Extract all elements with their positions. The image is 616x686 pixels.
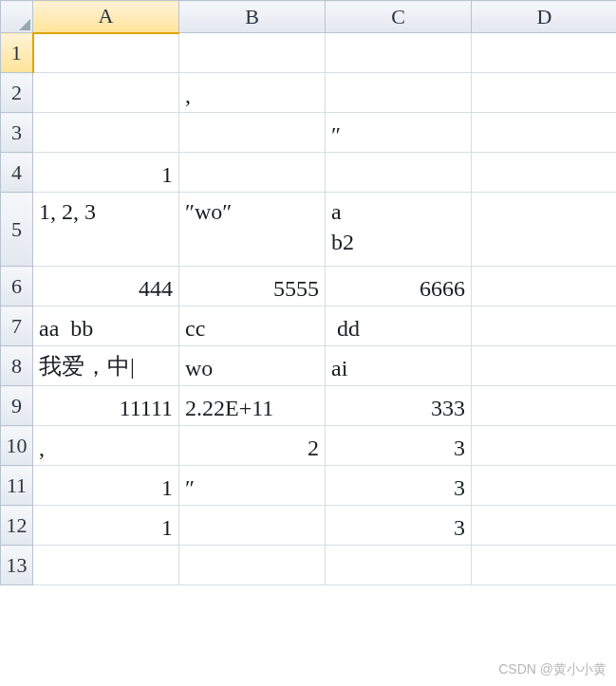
cell-B13[interactable] (179, 546, 326, 585)
cell-D1[interactable] (472, 33, 617, 73)
row-header-8[interactable]: 8 (1, 346, 33, 386)
cell-C8[interactable]: ai (326, 346, 472, 386)
row-header-11[interactable]: 11 (1, 466, 33, 506)
spreadsheet-grid: A B C D 12,3″4151, 2, 3″wo″a b2644455556… (0, 0, 616, 585)
grid-row: 9111112.22E+11333 (1, 386, 617, 426)
grid-row: 13 (1, 546, 617, 585)
grid-row: 8我爱，中|woai (1, 346, 617, 386)
cell-D5[interactable] (472, 193, 617, 267)
cell-A10[interactable]: , (33, 426, 179, 466)
watermark: CSDN @黄小小黄 (498, 661, 607, 678)
cell-C9[interactable]: 333 (326, 386, 472, 426)
cell-B5[interactable]: ″wo″ (179, 193, 326, 267)
cell-A9[interactable]: 11111 (33, 386, 179, 426)
cell-A8[interactable]: 我爱，中| (33, 346, 179, 386)
cell-C1[interactable] (326, 33, 472, 73)
cell-B9[interactable]: 2.22E+11 (179, 386, 326, 426)
cell-C7[interactable]: dd (326, 306, 472, 346)
cell-B11[interactable]: ″ (179, 466, 326, 506)
cell-B1[interactable] (179, 33, 326, 73)
cell-B3[interactable] (179, 113, 326, 153)
grid-row: 111″3 (1, 466, 617, 506)
cell-D10[interactable] (472, 426, 617, 466)
cell-D2[interactable] (472, 73, 617, 113)
row-header-7[interactable]: 7 (1, 306, 33, 346)
grid-row: 1 (1, 33, 617, 73)
col-header-A[interactable]: A (33, 1, 179, 33)
cell-B4[interactable] (179, 153, 326, 193)
cell-D6[interactable] (472, 267, 617, 306)
cell-A5[interactable]: 1, 2, 3 (33, 193, 179, 267)
cell-A6[interactable]: 444 (33, 267, 179, 306)
cell-C3[interactable]: ″ (326, 113, 472, 153)
cell-D9[interactable] (472, 386, 617, 426)
row-header-1[interactable]: 1 (1, 33, 33, 73)
cell-B10[interactable]: 2 (179, 426, 326, 466)
col-header-B[interactable]: B (179, 1, 326, 33)
cell-D13[interactable] (472, 546, 617, 585)
cell-D3[interactable] (472, 113, 617, 153)
cell-A3[interactable] (33, 113, 179, 153)
row-header-6[interactable]: 6 (1, 267, 33, 306)
cell-B12[interactable] (179, 506, 326, 546)
grid-row: 41 (1, 153, 617, 193)
cell-A4[interactable]: 1 (33, 153, 179, 193)
cell-C4[interactable] (326, 153, 472, 193)
col-header-C[interactable]: C (326, 1, 472, 33)
grid-row: 3″ (1, 113, 617, 153)
cell-B7[interactable]: cc (179, 306, 326, 346)
cell-A7[interactable]: aa bb (33, 306, 179, 346)
grid-row: 7aa bbcc dd (1, 306, 617, 346)
cell-A2[interactable] (33, 73, 179, 113)
cell-C5[interactable]: a b2 (326, 193, 472, 267)
grid-row: 10,23 (1, 426, 617, 466)
row-header-9[interactable]: 9 (1, 386, 33, 426)
cell-A1[interactable] (33, 33, 179, 73)
row-header-12[interactable]: 12 (1, 506, 33, 546)
row-header-3[interactable]: 3 (1, 113, 33, 153)
grid-row: 2, (1, 73, 617, 113)
row-header-2[interactable]: 2 (1, 73, 33, 113)
grid-row: 51, 2, 3″wo″a b2 (1, 193, 617, 267)
row-header-4[interactable]: 4 (1, 153, 33, 193)
select-all-triangle-icon (19, 19, 30, 30)
cell-C10[interactable]: 3 (326, 426, 472, 466)
cell-C11[interactable]: 3 (326, 466, 472, 506)
cell-C6[interactable]: 6666 (326, 267, 472, 306)
cell-A12[interactable]: 1 (33, 506, 179, 546)
select-all-corner[interactable] (1, 1, 33, 33)
cell-B2[interactable]: , (179, 73, 326, 113)
grid-body: 12,3″4151, 2, 3″wo″a b26444555566667aa b… (1, 33, 617, 585)
cell-D7[interactable] (472, 306, 617, 346)
cell-C2[interactable] (326, 73, 472, 113)
row-header-10[interactable]: 10 (1, 426, 33, 466)
cell-A11[interactable]: 1 (33, 466, 179, 506)
cell-B8[interactable]: wo (179, 346, 326, 386)
col-header-D[interactable]: D (472, 1, 617, 33)
grid-row: 1213 (1, 506, 617, 546)
cell-D12[interactable] (472, 506, 617, 546)
cell-D4[interactable] (472, 153, 617, 193)
cell-C13[interactable] (326, 546, 472, 585)
cell-D11[interactable] (472, 466, 617, 506)
cell-C12[interactable]: 3 (326, 506, 472, 546)
row-header-13[interactable]: 13 (1, 546, 33, 585)
grid-row: 644455556666 (1, 267, 617, 306)
cell-B6[interactable]: 5555 (179, 267, 326, 306)
cell-D8[interactable] (472, 346, 617, 386)
row-header-5[interactable]: 5 (1, 193, 33, 267)
cell-A13[interactable] (33, 546, 179, 585)
